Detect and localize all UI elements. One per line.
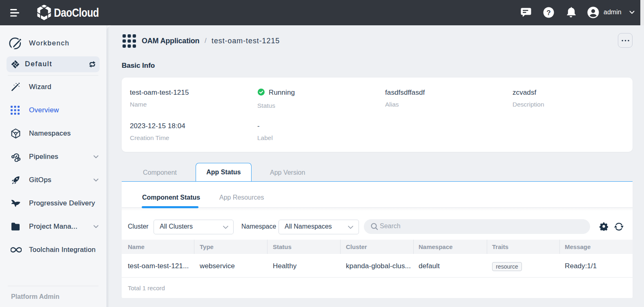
svg-text:?: ?	[546, 9, 550, 17]
